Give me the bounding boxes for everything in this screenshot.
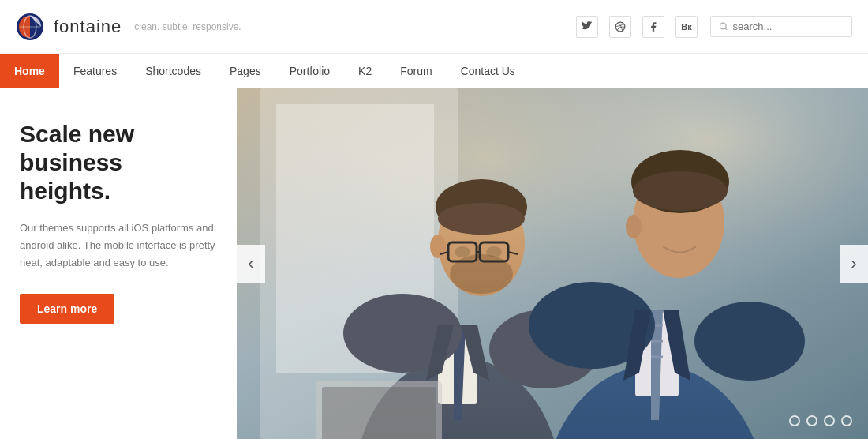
svg-point-3 [720, 23, 726, 29]
search-input[interactable] [733, 21, 844, 32]
carousel-prev-button[interactable]: ‹ [237, 245, 265, 283]
hero-description: Our themes supports all iOS platforms an… [20, 220, 217, 272]
vk-icon[interactable]: Вк [675, 16, 698, 38]
hero-image: ‹ › [237, 88, 868, 439]
hero-title: Scale new business heights. [20, 120, 217, 205]
nav-item-contact[interactable]: Contact Us [447, 54, 529, 88]
header-right: Вк [576, 16, 852, 38]
nav-item-features[interactable]: Features [59, 54, 131, 88]
hero-content: Scale new business heights. Our themes s… [0, 88, 237, 439]
twitter-icon[interactable] [576, 16, 598, 38]
site-header: fontaine clean. subtle. responsive. [0, 0, 868, 54]
facebook-icon[interactable] [642, 16, 664, 38]
hero-section: Scale new business heights. Our themes s… [0, 88, 868, 439]
logo-tagline: clean. subtle. responsive. [134, 21, 241, 32]
logo-icon [16, 13, 44, 41]
dribbble-icon[interactable] [609, 16, 631, 38]
carousel-dot-3[interactable] [824, 415, 835, 426]
nav-item-forum[interactable]: Forum [386, 54, 446, 88]
chevron-left-icon: ‹ [248, 253, 253, 274]
carousel-next-button[interactable]: › [840, 245, 868, 283]
svg-rect-46 [237, 88, 868, 439]
nav-item-shortcodes[interactable]: Shortcodes [131, 54, 215, 88]
nav-item-home[interactable]: Home [0, 54, 59, 88]
search-box[interactable] [710, 16, 852, 37]
main-nav: Home Features Shortcodes Pages Portfolio… [0, 54, 868, 88]
nav-item-pages[interactable]: Pages [215, 54, 275, 88]
nav-item-portfolio[interactable]: Portfolio [275, 54, 344, 88]
svg-line-4 [725, 28, 727, 30]
logo-area: fontaine clean. subtle. responsive. [16, 13, 241, 41]
carousel-dot-1[interactable] [789, 415, 800, 426]
hero-illustration [237, 88, 868, 439]
nav-item-k2[interactable]: K2 [344, 54, 386, 88]
carousel-dots [789, 415, 852, 426]
carousel-dot-2[interactable] [806, 415, 817, 426]
logo-text: fontaine [54, 17, 122, 37]
social-icons: Вк [576, 16, 698, 38]
carousel-dot-4[interactable] [841, 415, 852, 426]
search-icon [719, 21, 728, 32]
learn-more-button[interactable]: Learn more [20, 294, 114, 324]
chevron-right-icon: › [851, 253, 856, 274]
